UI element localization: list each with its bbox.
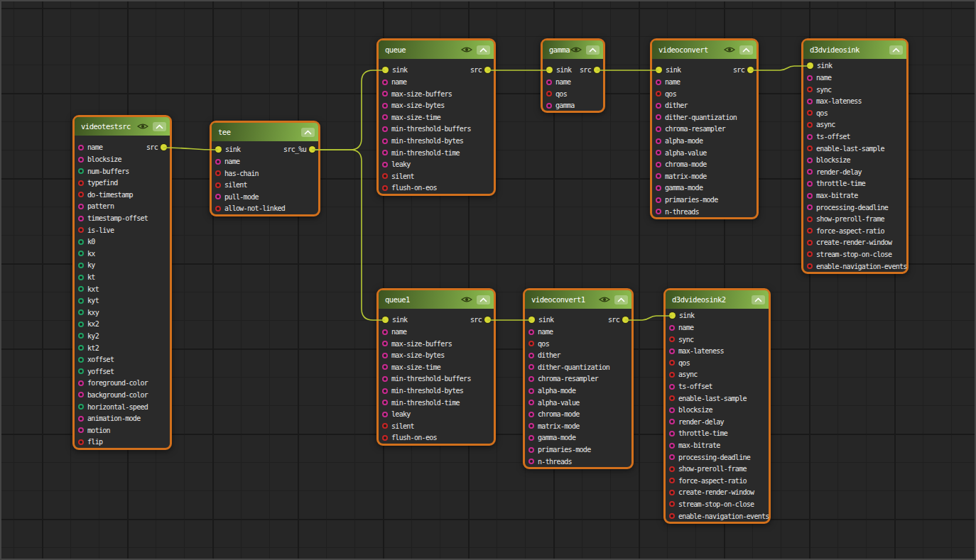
property-row: do-timestamp: [75, 189, 170, 201]
sink-port-dot[interactable]: [807, 62, 813, 69]
wire-tee-to-queue1[interactable]: [312, 150, 385, 320]
property-row: primaries-mode: [525, 444, 631, 456]
wire-tee-to-queue[interactable]: [312, 70, 385, 150]
property-row: stream-stop-on-close: [803, 248, 906, 260]
property-label: dither: [665, 101, 688, 109]
sink-port-label: sink: [392, 316, 407, 324]
property-row: kt2: [75, 342, 170, 354]
sink-port-dot[interactable]: [382, 317, 389, 323]
src-port: src: [470, 314, 491, 326]
property-label: name: [391, 328, 406, 336]
node-tee[interactable]: teesinksrc_%unamehas-chainsilentpull-mod…: [210, 121, 320, 216]
property-type-icon: [669, 478, 675, 483]
property-label: gamma-mode: [665, 184, 703, 192]
src-port-dot[interactable]: [622, 317, 629, 323]
property-label: max-size-time: [391, 363, 440, 371]
chevron-up-icon[interactable]: [752, 295, 765, 304]
property-type-icon: [669, 466, 675, 472]
sink-port-dot[interactable]: [215, 146, 222, 153]
src-port-dot[interactable]: [309, 146, 315, 153]
sink-port-label: sink: [666, 66, 681, 74]
node-header[interactable]: videotestsrc: [75, 117, 170, 136]
property-label: dither: [538, 351, 560, 359]
chevron-up-icon[interactable]: [614, 295, 628, 304]
node-videoconvert[interactable]: videoconvertsinksrcnameqosditherdither-q…: [650, 38, 759, 219]
node-header[interactable]: d3dvideosink: [803, 40, 906, 59]
eye-icon[interactable]: [461, 296, 472, 303]
property-label: enable-navigation-events: [678, 512, 769, 520]
property-label: kx: [87, 250, 95, 258]
node-queue[interactable]: queuesinksrcnamemax-size-buffersmax-size…: [376, 38, 496, 196]
node-header[interactable]: queue: [379, 40, 494, 59]
eye-icon[interactable]: [137, 123, 148, 130]
node-header[interactable]: d3dvideosink2: [666, 290, 769, 309]
eye-icon[interactable]: [570, 46, 582, 53]
chevron-up-icon[interactable]: [477, 45, 490, 55]
node-header[interactable]: videoconvert1: [525, 290, 631, 309]
sink-port-dot[interactable]: [669, 312, 676, 319]
property-label: stream-stop-on-close: [678, 500, 754, 508]
node-title: queue: [385, 45, 406, 54]
node-d3dvideosink2[interactable]: d3dvideosink2sinknamesyncmax-latenessqos…: [663, 288, 771, 524]
property-type-icon: [528, 423, 534, 429]
src-port-dot[interactable]: [484, 67, 491, 73]
property-type-icon: [78, 298, 84, 304]
chevron-up-icon[interactable]: [586, 45, 600, 55]
node-title: d3dvideosink: [810, 45, 860, 54]
property-row: enable-navigation-events: [803, 260, 906, 273]
property-type-icon: [528, 353, 534, 358]
chevron-up-icon[interactable]: [301, 128, 315, 137]
chevron-up-icon[interactable]: [739, 45, 753, 55]
node-d3dvideosink[interactable]: d3dvideosinksinknamesyncmax-latenessqosa…: [801, 38, 909, 274]
property-row: qos: [543, 88, 603, 100]
node-videoconvert1[interactable]: videoconvert1sinksrcnameqosditherdither-…: [523, 288, 634, 469]
eye-icon[interactable]: [461, 46, 472, 53]
property-row: processing-deadline: [803, 202, 906, 214]
node-title: videoconvert1: [531, 295, 585, 304]
property-type-icon: [78, 322, 84, 327]
property-row: xoffset: [75, 353, 170, 366]
property-label: kt2: [87, 344, 99, 352]
property-row: name: [666, 322, 769, 334]
node-canvas[interactable]: videotestsrcnamesrcblocksizenum-bufferst…: [0, 0, 976, 560]
property-row: alpha-value: [525, 397, 631, 409]
chevron-up-icon[interactable]: [889, 45, 903, 55]
node-videotestsrc[interactable]: videotestsrcnamesrcblocksizenum-bufferst…: [72, 115, 172, 450]
sink-port-dot[interactable]: [656, 67, 662, 73]
property-type-icon: [78, 309, 84, 315]
property-label: throttle-time: [816, 180, 865, 187]
eye-icon[interactable]: [599, 296, 610, 303]
property-row: max-size-time: [379, 111, 494, 123]
sink-port-dot[interactable]: [528, 317, 535, 323]
property-row: max-lateness: [803, 95, 906, 107]
src-port-dot[interactable]: [594, 67, 600, 73]
sink-port-row: sinksrc: [379, 314, 494, 326]
property-type-icon: [382, 329, 388, 335]
property-row: min-threshold-time: [379, 147, 494, 159]
chevron-up-icon[interactable]: [477, 295, 490, 304]
src-port-dot[interactable]: [484, 317, 491, 323]
node-header[interactable]: queue1: [379, 290, 494, 309]
property-row: gamma-mode: [652, 182, 757, 194]
src-port-label: src: [470, 316, 482, 324]
sink-port-dot[interactable]: [382, 67, 389, 73]
node-header[interactable]: tee: [212, 123, 318, 141]
node-gamma[interactable]: gammasinksrcnameqosgamma: [541, 38, 605, 113]
node-queue1[interactable]: queue1sinksrcnamemax-size-buffersmax-siz…: [376, 288, 496, 446]
sink-port-dot[interactable]: [546, 67, 553, 73]
property-row: yoffset: [75, 366, 170, 378]
node-header[interactable]: gamma: [543, 40, 603, 59]
property-label: blocksize: [678, 406, 712, 414]
property-type-icon: [382, 173, 388, 179]
eye-icon[interactable]: [724, 46, 735, 53]
property-type-icon: [807, 75, 813, 81]
node-header[interactable]: videoconvert: [652, 40, 757, 59]
property-row: render-delay: [666, 416, 769, 428]
src-port-dot[interactable]: [161, 144, 167, 150]
chevron-up-icon[interactable]: [153, 122, 166, 131]
property-label: enable-last-sample: [816, 145, 884, 153]
property-label: processing-deadline: [678, 454, 750, 461]
property-type-icon: [78, 439, 84, 445]
property-row: min-threshold-bytes: [379, 135, 494, 147]
src-port-dot[interactable]: [747, 67, 754, 73]
